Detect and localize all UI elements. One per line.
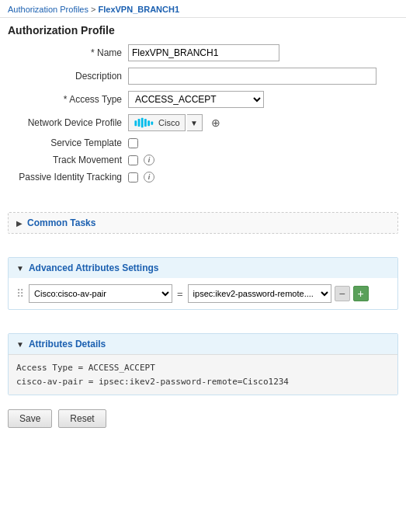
svg-rect-5 (151, 122, 153, 125)
svg-rect-2 (141, 118, 144, 128)
ndp-label: Network Device Profile (8, 117, 128, 128)
advanced-attributes-arrow-icon: ▼ (16, 264, 24, 273)
passive-identity-label: Passive Identity Tracking (8, 172, 128, 183)
attribute-value-select[interactable]: ipsec:ikev2-password-remote.... (188, 284, 331, 303)
plus-icon: + (358, 287, 364, 300)
common-tasks-arrow-icon: ▶ (16, 219, 23, 228)
footer-buttons: Save Reset (0, 403, 406, 434)
attributes-details-panel: ▼ Attributes Details Access Type = ACCES… (8, 333, 398, 395)
access-type-label: * Access Type (8, 94, 128, 105)
service-template-checkbox[interactable] (128, 138, 138, 148)
svg-rect-3 (144, 119, 147, 127)
description-row: Description (8, 68, 398, 85)
name-label: * Name (8, 47, 128, 58)
save-button[interactable]: Save (8, 409, 52, 428)
name-input[interactable] (128, 44, 279, 61)
attribute-row: ⠿ Cisco:cisco-av-pair = ipsec:ikev2-pass… (16, 284, 390, 303)
chevron-down-icon: ▼ (190, 119, 198, 127)
cisco-logo-icon (134, 117, 155, 128)
cisco-label: Cisco (158, 118, 180, 127)
description-label: Description (8, 71, 128, 82)
ndp-controls: Cisco ▼ ⊕ (128, 114, 224, 131)
reset-button[interactable]: Reset (58, 409, 106, 428)
attribute-name-select[interactable]: Cisco:cisco-av-pair (29, 284, 172, 303)
common-tasks-header[interactable]: ▶ Common Tasks (9, 213, 397, 233)
attributes-details-title: Attributes Details (29, 339, 106, 349)
service-template-label: Service Template (8, 137, 128, 148)
attributes-details-content: Access Type = ACCESS_ACCEPT cisco-av-pai… (9, 354, 397, 395)
common-tasks-panel: ▶ Common Tasks (8, 212, 398, 234)
ndp-dropdown-button[interactable]: ▼ (187, 114, 203, 131)
advanced-attributes-header[interactable]: ▼ Advanced Attributes Settings (9, 258, 397, 278)
equals-sign: = (177, 288, 183, 300)
form-section: * Name Description * Access Type ACCESS_… (0, 41, 406, 196)
advanced-attributes-title: Advanced Attributes Settings (29, 263, 159, 273)
minus-icon: − (339, 287, 345, 300)
attributes-details-header[interactable]: ▼ Attributes Details (9, 334, 397, 354)
add-attribute-button[interactable]: + (353, 286, 369, 301)
attributes-details-arrow-icon: ▼ (16, 340, 24, 349)
track-movement-label: Track Movement (8, 155, 128, 165)
passive-identity-info-icon[interactable]: i (144, 172, 154, 183)
globe-icon: ⊕ (211, 116, 220, 129)
remove-attribute-button[interactable]: − (335, 286, 350, 301)
ndp-row: Network Device Profile Cisco ▼ (8, 114, 398, 131)
passive-identity-checkbox[interactable] (128, 172, 138, 183)
breadcrumb: Authorization Profiles > FlexVPN_BRANCH1 (0, 0, 406, 18)
breadcrumb-current: FlexVPN_BRANCH1 (99, 5, 180, 14)
drag-handle-icon[interactable]: ⠿ (16, 287, 24, 300)
access-type-row: * Access Type ACCESS_ACCEPT ACCESS_REJEC… (8, 91, 398, 108)
svg-rect-0 (134, 120, 137, 126)
advanced-attributes-panel: ▼ Advanced Attributes Settings ⠿ Cisco:c… (8, 257, 398, 310)
breadcrumb-parent-link[interactable]: Authorization Profiles (8, 5, 88, 14)
advanced-attributes-body: ⠿ Cisco:cisco-av-pair = ipsec:ikev2-pass… (9, 278, 397, 309)
globe-button[interactable]: ⊕ (207, 114, 224, 131)
service-template-row: Service Template (8, 137, 398, 148)
track-movement-checkbox[interactable] (128, 155, 138, 165)
name-row: * Name (8, 44, 398, 61)
access-type-select[interactable]: ACCESS_ACCEPT ACCESS_REJECT (128, 91, 264, 108)
description-input[interactable] (128, 68, 377, 85)
breadcrumb-separator: > (91, 5, 98, 14)
passive-identity-row: Passive Identity Tracking i (8, 172, 398, 183)
cisco-profile-button[interactable]: Cisco (128, 114, 186, 131)
track-movement-info-icon[interactable]: i (144, 155, 154, 165)
page-title: Authorization Profile (0, 18, 406, 41)
common-tasks-title: Common Tasks (27, 217, 95, 228)
details-line-2: cisco-av-pair = ipsec:ikev2-password-rem… (16, 375, 390, 389)
svg-rect-1 (138, 119, 141, 127)
svg-rect-4 (147, 120, 150, 126)
details-line-1: Access Type = ACCESS_ACCEPT (16, 361, 390, 375)
track-movement-row: Track Movement i (8, 155, 398, 165)
